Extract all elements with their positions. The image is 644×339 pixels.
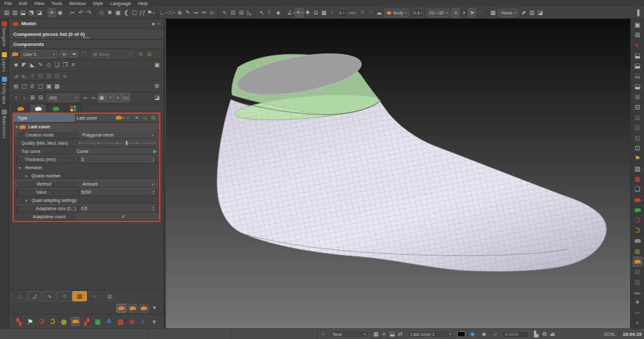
menu-language[interactable]: Language [110, 1, 131, 6]
menu-style[interactable]: Style [92, 1, 103, 6]
view-opt-4-icon[interactable]: ▭ [122, 93, 130, 103]
corner-curve-icon[interactable]: ∟▾ [159, 8, 167, 18]
shell-icon[interactable]: ◗ [460, 8, 468, 18]
stack-2-icon[interactable]: ▥ [633, 277, 643, 287]
sidebar-tab-navigator[interactable]: Navigator [2, 21, 7, 47]
link-icon[interactable]: c› [208, 8, 216, 18]
intersect-curve-icon[interactable]: ⤫▾ [167, 8, 175, 18]
paste-icon[interactable]: ▢ [130, 8, 138, 18]
spinner-arrows-icon[interactable]: ▴▾ [153, 206, 154, 211]
menu-edit[interactable]: Edit [19, 1, 27, 6]
lock-icon[interactable]: ◈ [480, 330, 488, 339]
pattern-icon[interactable]: ▨ [633, 164, 643, 174]
bracket-select-icon[interactable]: ⊟ [237, 8, 245, 18]
chart-icon[interactable]: ▙ [532, 330, 540, 339]
value-cell[interactable]: ✓ [75, 213, 159, 220]
active-layer-combo[interactable]: Last cover 1▾ [408, 330, 454, 338]
mode-2d3d-combo[interactable]: 2D->3D▾ [426, 9, 450, 17]
value-cell[interactable] [75, 139, 159, 147]
viewport-3d[interactable] [166, 19, 630, 328]
view-split-icon[interactable]: ⊟ [633, 103, 643, 112]
piece-4-icon[interactable]: ▧ [36, 71, 45, 81]
last-erase-icon[interactable]: ◇ [45, 60, 53, 70]
view-opt-2-icon[interactable]: ◔ [106, 93, 114, 103]
component-pieces-header[interactable]: Component pieces list (0 of 0) [9, 29, 164, 40]
shoe-more-icon[interactable]: ▾ [150, 303, 158, 313]
functions-icon[interactable]: ƒƒ [138, 8, 147, 18]
shoe-view-1-icon[interactable] [116, 304, 126, 313]
value-cell[interactable]: 0,5▴▾ [79, 205, 156, 212]
spinner-arrows-icon[interactable]: ▴▾ [153, 190, 154, 194]
s-curve-icon[interactable]: Ƨ [28, 82, 36, 91]
small-box-icon[interactable]: ▫ [328, 8, 336, 18]
stack-blue-icon[interactable]: ≡ [138, 317, 147, 326]
layers-blue-icon[interactable]: ❏ [633, 185, 643, 194]
views-combo[interactable]: Views▾ [498, 9, 518, 17]
curve-edit-icon[interactable]: ☾ [266, 8, 274, 18]
piece-7-icon[interactable]: ⬙ [61, 71, 69, 81]
last-copy-icon[interactable]: ◣ [28, 60, 36, 70]
sidebar-tab-entity-data[interactable]: Entity data [2, 77, 7, 104]
piece-6-icon[interactable]: ▤ [53, 71, 61, 81]
film-icon[interactable]: ▦ [489, 8, 497, 18]
last-pick-icon[interactable]: ◤ [20, 60, 28, 70]
coordinate-field[interactable]: 0.0000 [502, 331, 529, 338]
texture-grid-icon[interactable]: ▦ [93, 317, 102, 326]
outsole-o-icon[interactable]: ◎ [60, 317, 69, 326]
flip-view-icon[interactable]: ≡ [452, 8, 460, 18]
collapse-toolbar-icon[interactable]: ▐ [633, 8, 641, 18]
show-waves-icon[interactable]: ≈ [87, 291, 102, 301]
layers-color-icon[interactable]: ≙ [104, 317, 113, 326]
menu-help[interactable]: Help [138, 1, 147, 6]
offset-spinner[interactable]: 0▴▾ [338, 9, 347, 17]
last-box-icon[interactable]: ■ [12, 60, 20, 70]
h-button[interactable]: H [60, 50, 69, 58]
show-outline-icon[interactable]: ○ [57, 291, 72, 301]
view-front-icon[interactable]: ⬓ [633, 51, 643, 60]
frame-icon[interactable]: ⊡ [633, 143, 643, 153]
multi-view-icon[interactable]: ⊞ [633, 30, 643, 40]
tab-colors[interactable] [65, 104, 82, 113]
photo-red-icon[interactable]: ▦ [633, 174, 643, 184]
menu-window[interactable]: Window [69, 1, 86, 6]
view-back-icon[interactable]: ⬓ [633, 61, 643, 70]
folder-add-icon[interactable]: ◪ [536, 8, 544, 18]
collapse-caret-icon[interactable]: ▾ [25, 198, 27, 203]
quality-slider[interactable] [79, 143, 155, 143]
update-icon[interactable]: ♻ [540, 330, 548, 339]
wide-button[interactable]: ⬌ [70, 50, 79, 58]
value-cell[interactable]: Polygonal mesh▾ [80, 131, 155, 138]
stack-1-icon[interactable]: ▤ [633, 267, 643, 277]
box-4-icon[interactable]: ▩ [53, 82, 61, 91]
link-body-icon[interactable]: ❐ [80, 50, 88, 59]
bulb-icon[interactable]: ☀ [633, 298, 643, 308]
box-1-icon[interactable]: ▢ [20, 82, 28, 91]
last-red-icon[interactable] [633, 195, 643, 204]
move-up-icon[interactable]: ↑ [12, 93, 20, 103]
splitter-handle[interactable] [83, 37, 91, 38]
last-edit-icon[interactable]: ✎ [36, 60, 45, 70]
view-grid-icon[interactable]: ▦ [633, 92, 643, 102]
group-icon[interactable]: ∷ [367, 8, 375, 18]
view-opt-3-icon[interactable]: ≈ [114, 93, 122, 103]
import-icon[interactable]: ⬓ [19, 8, 27, 18]
show-last-dim-icon[interactable]: ◿ [12, 291, 26, 301]
shade-status-icon[interactable]: ⬓ [388, 330, 396, 339]
type-value-field[interactable]: Last cover ▾✓×⌂♻ [75, 114, 159, 122]
heel-orange-icon[interactable]: Ɔ [633, 226, 643, 235]
collapse-caret-icon[interactable]: ▾ [25, 174, 27, 178]
show-last-icon[interactable]: ◿ [27, 291, 42, 301]
box-3-icon[interactable]: ▣ [45, 82, 53, 91]
user-combo[interactable]: User 5▾ [21, 50, 57, 58]
flag-icon[interactable]: ⚐ [358, 8, 367, 18]
next-icon[interactable]: ◂▸ [89, 93, 97, 103]
tolerance-spinner[interactable]: 0,6▴▾ [412, 9, 425, 17]
slider-thumb[interactable] [126, 141, 128, 145]
view-right-icon[interactable]: ⬓ [633, 82, 643, 91]
tab-last-solid[interactable] [30, 104, 47, 113]
collapse-all-icon[interactable]: ⊟ [36, 93, 45, 103]
piece-2-icon[interactable]: ◣ [20, 71, 28, 81]
target-icon[interactable]: ⊕ [175, 8, 184, 18]
render-icon[interactable]: ▤ [633, 113, 643, 122]
last-flat-icon[interactable]: — [476, 8, 484, 18]
